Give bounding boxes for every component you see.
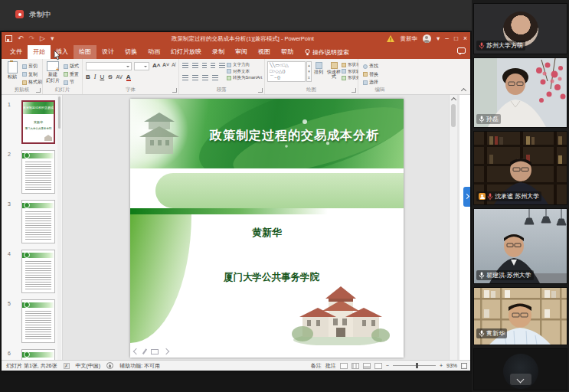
comments-button[interactable]: 批注 <box>325 362 336 370</box>
participant-tile-3[interactable]: 沈承谧 苏州大学 <box>473 131 567 205</box>
tab-view[interactable]: 视图 <box>253 45 276 59</box>
spellcheck-icon[interactable]: ✗ <box>64 363 70 369</box>
tab-home[interactable]: 开始 <box>28 45 51 59</box>
tab-transitions[interactable]: 切换 <box>119 45 142 59</box>
thumbnail-slide-1[interactable]: 1 政策制定过程的交易成本分析 黄新华 厦门大学公共事务学院 <box>2 100 62 144</box>
line-spacing-icon[interactable] <box>219 63 225 68</box>
close-button[interactable]: × <box>463 32 467 45</box>
participant-tile-6[interactable] <box>473 348 567 390</box>
align-right-icon[interactable] <box>202 75 208 80</box>
collapse-ribbon-icon[interactable] <box>461 88 466 92</box>
accessibility-status[interactable]: 辅助功能: 不可用 <box>119 362 160 370</box>
thumbnail-slide-2[interactable]: 2 <box>2 150 62 194</box>
reading-view-icon[interactable] <box>363 363 371 369</box>
italic-button[interactable]: I <box>94 74 96 80</box>
participant-tile-4[interactable]: 瞿建洪-苏州大学 <box>473 208 567 284</box>
slide-canvas[interactable]: 政策制定过程的交易成本分析 黄新华 厦门大学公共事务学院 <box>130 99 404 358</box>
tell-me-search[interactable]: 操作说明搜索 <box>305 45 349 59</box>
thumbnail-slide-5[interactable]: 5 <box>2 299 62 343</box>
find-button[interactable]: 查找 <box>363 63 378 70</box>
tab-help[interactable]: 帮助 <box>276 45 299 59</box>
justify-icon[interactable] <box>212 75 218 80</box>
meeting-panel-toggle[interactable] <box>463 187 470 207</box>
thumbnail-slide-3[interactable]: 3 <box>2 200 62 243</box>
normal-view-icon[interactable] <box>340 363 348 369</box>
minimize-button[interactable]: – <box>445 32 449 45</box>
format-painter-button[interactable]: 格式刷 <box>22 79 42 86</box>
font-size-combo[interactable] <box>134 62 149 70</box>
drawing-dialog-launcher[interactable] <box>352 88 356 93</box>
strikethrough-button[interactable]: S <box>108 74 112 80</box>
account-avatar[interactable] <box>423 34 431 43</box>
zoom-level[interactable]: 93% <box>446 363 457 368</box>
paste-button[interactable]: 粘贴 <box>3 61 21 80</box>
pen-icon[interactable] <box>142 348 147 354</box>
increase-indent-icon[interactable] <box>211 63 215 68</box>
thumbnail-slide-6[interactable]: 6 <box>2 349 62 360</box>
bullets-icon[interactable] <box>182 63 188 68</box>
zoom-out-button[interactable]: − <box>386 363 389 368</box>
save-icon[interactable] <box>5 35 12 42</box>
character-spacing-button[interactable]: AV <box>116 74 123 80</box>
thumbnail-scrollbar[interactable] <box>57 95 61 360</box>
reset-button[interactable]: 重置 <box>64 71 79 78</box>
text-direction-button[interactable]: 文字方向 <box>227 62 263 67</box>
select-button[interactable]: 选择 <box>363 79 378 86</box>
font-dialog-launcher[interactable] <box>172 88 177 93</box>
slide-author[interactable]: 黄新华 <box>130 226 404 240</box>
shapes-gallery[interactable]: ╲╲▭○□△ □○◇△() ⌒⌣{} <box>267 61 306 82</box>
align-left-icon[interactable] <box>182 75 188 80</box>
slide-scrollbar[interactable] <box>449 95 457 360</box>
highlight-rect-icon[interactable] <box>151 349 159 354</box>
scrollbar-thumb[interactable] <box>451 104 456 127</box>
new-slide-button[interactable]: 新建 幻灯片 <box>44 61 62 83</box>
undo-icon[interactable]: ↶ <box>18 33 24 44</box>
slide-number-status[interactable]: 幻灯片 第1张, 共26张 <box>6 362 57 370</box>
scroll-up-icon[interactable] <box>451 97 456 103</box>
participant-tile-5[interactable]: 黄新华 <box>473 287 567 345</box>
slide-title[interactable]: 政策制定过程的交易成本分析 <box>210 128 401 144</box>
previous-slide-icon[interactable] <box>133 348 139 354</box>
ribbon-display-options-icon[interactable]: ▾ <box>437 32 440 45</box>
underline-button[interactable]: U <box>100 74 104 80</box>
notes-button[interactable]: 备注 <box>311 362 322 370</box>
shape-effects-button[interactable]: 形状效果 <box>342 75 358 80</box>
tab-record[interactable]: 录制 <box>207 45 230 59</box>
replace-button[interactable]: 替换 <box>363 71 378 78</box>
tab-draw[interactable]: 绘图 <box>74 45 96 59</box>
redo-icon[interactable]: ↷ <box>29 33 35 44</box>
restore-button[interactable]: □ <box>454 32 458 45</box>
align-center-icon[interactable] <box>192 75 198 80</box>
account-name[interactable]: 黄新华 <box>400 35 417 43</box>
copy-button[interactable]: 复制 <box>22 71 42 78</box>
tab-animations[interactable]: 动画 <box>142 45 165 59</box>
convert-smartart-button[interactable]: 转换为SmartArt <box>227 75 263 80</box>
shape-fill-button[interactable]: 形状填充 <box>342 62 358 67</box>
tab-review[interactable]: 审阅 <box>230 45 253 59</box>
quick-styles-button[interactable]: 快速样式 <box>326 62 342 79</box>
zoom-slider-thumb[interactable] <box>416 363 418 368</box>
comments-icon[interactable] <box>457 47 466 55</box>
decrease-indent-icon[interactable] <box>202 63 207 68</box>
paragraph-dialog-launcher[interactable] <box>258 88 263 93</box>
fit-to-window-icon[interactable] <box>461 363 467 369</box>
shape-outline-button[interactable]: 形状轮廓 <box>342 69 358 74</box>
tab-slideshow[interactable]: 幻灯片放映 <box>165 45 207 59</box>
layout-button[interactable]: 版式 <box>64 63 79 70</box>
grow-font-button[interactable]: A˄ <box>152 62 160 69</box>
slideshow-view-icon[interactable] <box>374 363 382 369</box>
tab-file[interactable]: 文件 <box>5 45 28 59</box>
qat-customize-icon[interactable]: ▾ <box>51 33 54 44</box>
bold-button[interactable]: B <box>86 74 90 80</box>
cut-button[interactable]: 剪切 <box>22 63 42 70</box>
zoom-slider[interactable] <box>393 365 436 366</box>
thumbnail-slide-4[interactable]: 4 <box>2 250 62 293</box>
language-status[interactable]: 中文(中国) <box>76 362 101 370</box>
start-slideshow-icon[interactable]: ▷ <box>40 33 45 44</box>
align-text-button[interactable]: 对齐文本 <box>227 69 263 74</box>
numbering-icon[interactable] <box>192 63 198 68</box>
collapse-videos-button[interactable] <box>510 374 531 385</box>
clipboard-dialog-launcher[interactable] <box>36 88 41 93</box>
shrink-font-button[interactable]: A˅ <box>162 62 169 67</box>
font-color-button[interactable]: A <box>126 74 131 80</box>
